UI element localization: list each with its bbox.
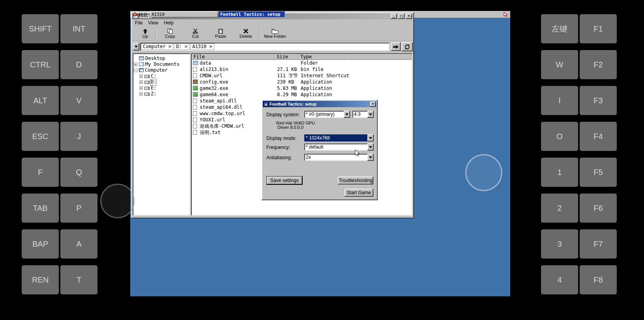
save-settings-button[interactable]: Save settings (267, 177, 302, 184)
tree-item-computer[interactable]: - Computer (133, 67, 190, 73)
key-esc[interactable]: ESC (22, 122, 59, 151)
breadcrumb-computer[interactable]: Computer > (141, 43, 173, 50)
column-header-size[interactable]: Size (275, 54, 299, 60)
new-folder-button[interactable]: New Folder (261, 26, 289, 41)
aspect-ratio-select[interactable]: 4:3 (352, 111, 374, 118)
key-o[interactable]: O (541, 122, 578, 151)
menu-file[interactable]: File (132, 20, 145, 26)
column-header-type[interactable]: Type (299, 54, 346, 60)
expand-toggle[interactable]: + (139, 86, 143, 90)
chevron-down-icon[interactable] (367, 111, 374, 118)
tree-item-d-drive[interactable]: + D: (133, 79, 190, 85)
cut-button[interactable]: Cut (183, 26, 208, 41)
copy-button[interactable]: Copy (157, 26, 183, 41)
key-alt[interactable]: ALT (22, 86, 59, 115)
frequency-select[interactable]: * default (304, 143, 374, 151)
start-button[interactable]: 起点 (139, 11, 147, 18)
key-d[interactable]: D (60, 50, 97, 79)
refresh-button[interactable] (402, 42, 413, 51)
chevron-down-icon (135, 46, 138, 48)
start-icon[interactable] (133, 12, 137, 17)
collapse-toggle[interactable]: - (134, 69, 137, 72)
chevron-down-icon[interactable] (344, 111, 350, 118)
taskbar-task-a1310[interactable]: A1310 (150, 11, 218, 17)
key-a[interactable]: A (60, 229, 97, 259)
tree-item-label: Computer (145, 67, 168, 73)
key-shift[interactable]: SHIFT (22, 14, 59, 43)
key-f2[interactable]: F2 (580, 50, 617, 79)
tree-item-desktop[interactable]: Desktop (133, 56, 190, 61)
menu-help[interactable]: Help (161, 20, 176, 26)
key-f5[interactable]: F5 (580, 158, 617, 187)
paste-button[interactable]: Paste (208, 26, 233, 41)
taskbar-task-football-tactics[interactable]: Football Tactics: setup (219, 11, 285, 17)
chevron-down-icon[interactable] (367, 143, 374, 151)
address-field[interactable]: Computer > D: > A1310 > (140, 43, 389, 51)
key-f7[interactable]: F7 (580, 229, 617, 259)
right-joystick[interactable] (465, 154, 502, 191)
file-row-ali213[interactable]: ali213.bin 27.1 KB bin file (192, 66, 412, 73)
key-f4[interactable]: F4 (580, 122, 617, 151)
address-dropdown-button[interactable] (133, 43, 139, 50)
file-name: CMDW.url (200, 73, 223, 79)
key-ren[interactable]: REN (22, 265, 59, 294)
breadcrumb-a1310[interactable]: A1310 > (190, 43, 214, 50)
minimize-button[interactable]: _ (391, 14, 397, 19)
column-header-file[interactable]: File (192, 54, 275, 60)
tree-item-e-drive[interactable]: + E: (133, 85, 190, 91)
key-f6[interactable]: F6 (580, 193, 617, 223)
breadcrumb-d-drive[interactable]: D: > (174, 43, 189, 50)
key-left-click[interactable]: 左键 (541, 14, 578, 43)
file-row-cmdw-url[interactable]: CMDW.url 111 字节 Internet Shortcut (192, 73, 412, 79)
key-1[interactable]: 1 (541, 158, 578, 187)
go-button[interactable] (391, 43, 401, 51)
dialog-close-button[interactable]: × (370, 102, 376, 107)
expand-toggle[interactable]: + (139, 74, 143, 78)
start-game-button[interactable]: Start Game (344, 189, 373, 197)
chevron-down-icon[interactable] (367, 154, 374, 161)
key-f8[interactable]: F8 (580, 265, 617, 294)
key-3[interactable]: 3 (541, 229, 578, 259)
file-row-game32-exe[interactable]: game32.exe 5.83 MB Application (192, 85, 412, 91)
menu-view[interactable]: View (145, 20, 161, 26)
antialiasing-select[interactable]: 2x (304, 154, 374, 161)
key-f[interactable]: F (22, 158, 59, 187)
key-j[interactable]: J (60, 122, 97, 151)
antialiasing-label: Antialiasing: (266, 155, 292, 160)
key-2[interactable]: 2 (541, 193, 578, 223)
key-f1[interactable]: F1 (580, 14, 617, 43)
key-w[interactable]: W (541, 50, 578, 79)
tree-item-z-drive[interactable]: + Z: (133, 91, 190, 97)
file-row-data[interactable]: data Folder (192, 60, 412, 66)
key-v[interactable]: V (60, 86, 97, 115)
file-row-game64-exe[interactable]: game64.exe 8.29 MB Application (192, 91, 412, 98)
key-q[interactable]: Q (60, 158, 97, 187)
key-bap[interactable]: BAP (22, 229, 59, 259)
maximize-button[interactable]: □ (398, 14, 404, 19)
column-header-blank[interactable] (346, 54, 412, 60)
expand-toggle[interactable]: + (134, 63, 137, 66)
display-mode-select[interactable]: * 1024x768 (304, 134, 374, 141)
key-tab[interactable]: TAB (22, 193, 59, 223)
key-ctrl[interactable]: CTRL (22, 50, 59, 79)
troubleshooting-button[interactable]: Troubleshooting (338, 177, 373, 184)
key-4[interactable]: 4 (541, 265, 578, 294)
delete-button[interactable]: Delete (233, 26, 258, 41)
up-button[interactable]: Up (135, 26, 155, 41)
close-button[interactable]: × (406, 14, 412, 19)
display-system-select[interactable]: * #0 (primary) (304, 111, 350, 118)
remote-cursor-tray-icon[interactable] (503, 12, 508, 17)
tree-item-c-drive[interactable]: + C: (133, 73, 190, 79)
dialog-titlebar[interactable]: Football Tactics: setup × (263, 101, 376, 107)
key-i[interactable]: I (541, 86, 578, 115)
expand-toggle[interactable]: + (139, 92, 143, 96)
left-joystick[interactable] (100, 184, 135, 218)
expand-toggle[interactable]: + (139, 80, 143, 84)
tree-item-my-documents[interactable]: + My Documents (133, 61, 190, 67)
chevron-down-icon[interactable] (367, 134, 374, 141)
key-p[interactable]: P (60, 193, 97, 223)
key-t[interactable]: T (60, 265, 97, 294)
key-f3[interactable]: F3 (580, 86, 617, 115)
file-row-config-exe[interactable]: config.exe 230 KB Application (192, 79, 412, 85)
key-int[interactable]: INT (60, 14, 97, 43)
